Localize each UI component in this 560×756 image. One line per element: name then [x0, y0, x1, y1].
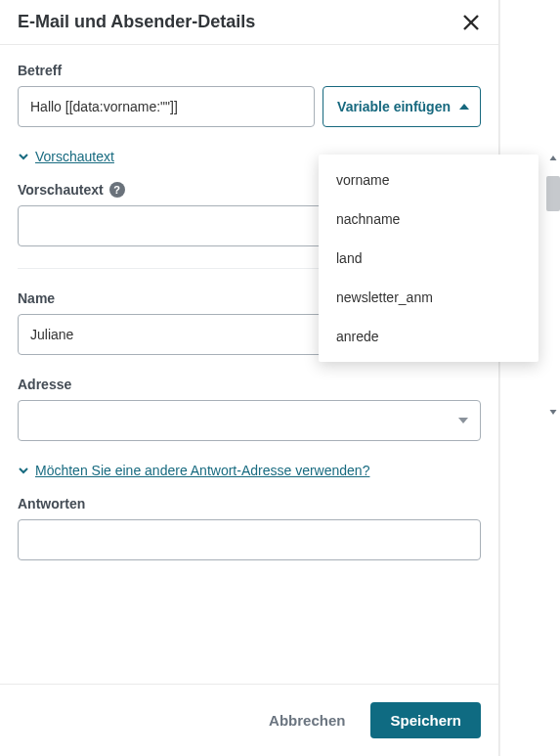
reply-input[interactable] — [18, 519, 481, 560]
chevron-up-icon — [458, 101, 470, 112]
scrollbar-thumb[interactable] — [546, 176, 560, 211]
variable-dropdown[interactable]: vorname nachname land newsletter_anm anr… — [319, 155, 538, 362]
reply-toggle-label: Möchten Sie eine andere Antwort-Adresse … — [35, 463, 369, 478]
email-sender-details-panel: E-Mail und Absender-Details Betreff Vari… — [0, 0, 499, 756]
subject-label: Betreff — [18, 63, 481, 78]
save-button[interactable]: Speichern — [370, 702, 481, 738]
subject-input[interactable] — [18, 86, 315, 127]
reply-block: Antworten — [18, 496, 481, 560]
address-select-value[interactable] — [18, 400, 481, 441]
chevron-down-icon — [18, 151, 29, 162]
address-select[interactable] — [18, 400, 481, 441]
variable-option-land[interactable]: land — [319, 239, 538, 278]
panel-footer: Abbrechen Speichern — [0, 684, 498, 756]
variable-option-anrede[interactable]: anrede — [319, 317, 538, 356]
scroll-up-button[interactable] — [546, 152, 560, 165]
preview-label-text: Vorschautext — [18, 182, 104, 198]
insert-variable-button[interactable]: Variable einfügen — [323, 86, 481, 127]
reply-address-toggle[interactable]: Möchten Sie eine andere Antwort-Adresse … — [18, 463, 481, 478]
scroll-down-button[interactable] — [546, 405, 560, 419]
help-icon[interactable]: ? — [109, 182, 125, 198]
chevron-down-icon — [549, 408, 557, 416]
subject-row: Variable einfügen — [18, 86, 481, 127]
panel-header: E-Mail und Absender-Details — [0, 0, 498, 45]
svg-marker-2 — [459, 104, 469, 110]
chevron-up-icon — [549, 155, 557, 162]
right-gutter — [499, 0, 560, 756]
chevron-down-icon — [18, 465, 29, 476]
close-button[interactable] — [461, 13, 481, 32]
cancel-button[interactable]: Abbrechen — [261, 702, 353, 738]
variable-option-vorname[interactable]: vorname — [319, 160, 538, 200]
close-icon — [461, 13, 481, 32]
insert-variable-label: Variable einfügen — [337, 99, 451, 114]
svg-marker-4 — [550, 156, 557, 160]
reply-label: Antworten — [18, 496, 481, 511]
address-block: Adresse — [18, 377, 481, 441]
svg-marker-5 — [550, 410, 557, 415]
variable-option-newsletter[interactable]: newsletter_anm — [319, 278, 538, 317]
panel-title: E-Mail und Absender-Details — [18, 12, 255, 32]
preview-toggle-label: Vorschautext — [35, 149, 114, 164]
variable-option-nachname[interactable]: nachname — [319, 200, 538, 239]
panel-body: Betreff Variable einfügen Vorschautext — [0, 45, 498, 684]
address-label: Adresse — [18, 377, 481, 392]
